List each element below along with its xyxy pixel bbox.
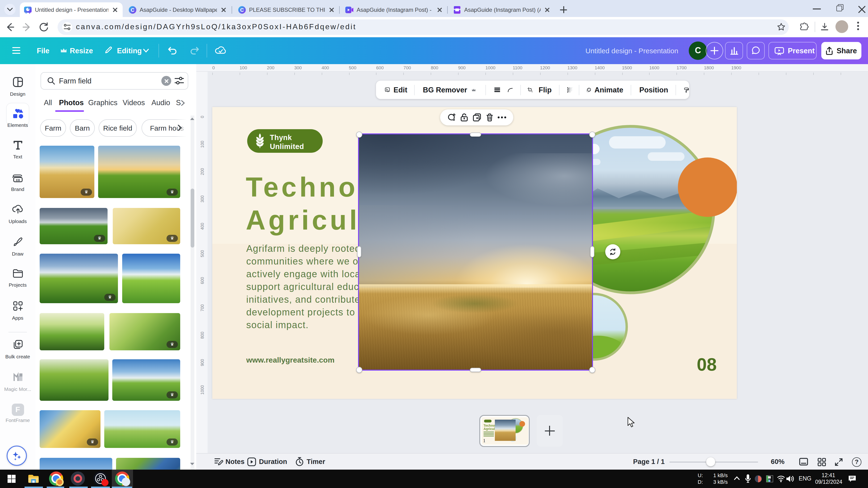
svg-text:C: C bbox=[240, 7, 244, 13]
svg-text:C: C bbox=[131, 7, 134, 13]
svg-text:co: co bbox=[16, 178, 20, 182]
